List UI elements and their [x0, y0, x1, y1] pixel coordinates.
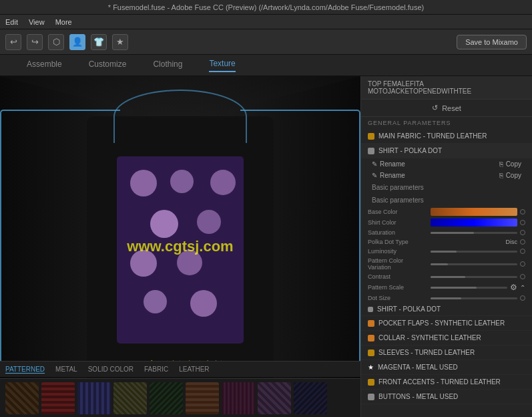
rename-button-1[interactable]: ✎ Rename: [372, 160, 405, 168]
nav-tabs: Assemble Customize Clothing Texture: [0, 55, 532, 76]
param-circle-pattern-color-var[interactable]: [520, 261, 525, 267]
shirt-button[interactable]: 👕: [91, 34, 107, 50]
param-label-shirt-color: Shirt Color: [368, 219, 428, 226]
rename-icon-1: ✎: [372, 160, 377, 168]
param-label-pattern-color-var: Pattern Color Variation: [368, 257, 428, 271]
param-select-polka-dot[interactable]: Disc: [431, 239, 517, 245]
swatch-0[interactable]: [5, 382, 39, 414]
swatch-3[interactable]: [113, 382, 147, 414]
tab-clothing[interactable]: Clothing: [153, 59, 182, 72]
layer-main-fabric[interactable]: MAIN FABRIC - TURNED LEATHER: [361, 129, 532, 144]
menu-view[interactable]: View: [29, 18, 45, 26]
param-base-color: Base Color: [361, 206, 532, 217]
layer-label-3: COLLAR - SYNTHETIC LEATHER: [378, 334, 525, 341]
dot: [210, 170, 236, 195]
person-button[interactable]: 👤: [69, 34, 85, 50]
menu-more[interactable]: More: [55, 18, 72, 26]
param-circle-polka-dot[interactable]: [520, 239, 525, 245]
layer-dot-2: [368, 320, 374, 327]
redo-button[interactable]: ↪: [27, 34, 43, 50]
param-bar-base-color[interactable]: [431, 208, 517, 216]
dot: [177, 250, 202, 275]
param-bar-saturation[interactable]: [431, 232, 517, 234]
param-circle-saturation[interactable]: [520, 230, 525, 235]
layer-magenta-metal[interactable]: ★ MAGENTA - METAL USED: [361, 360, 532, 375]
param-dot-size: Dot Size: [361, 293, 532, 303]
param-circle-dot-size[interactable]: [520, 295, 525, 301]
swatch-2[interactable]: [77, 382, 111, 414]
rename-row-1: ✎ Rename ⎘ Copy: [361, 158, 532, 170]
layer-dot-shirt-small: [368, 307, 373, 312]
toolbar-left: ↩ ↪ ⬡ 👤 👕 ★: [5, 34, 128, 50]
dot: [130, 170, 157, 196]
cube-button[interactable]: ⬡: [48, 34, 64, 50]
layer-front-accents[interactable]: FRONT ACCENTS - TURNED LEATHER: [361, 375, 532, 390]
param-circle-luminosity[interactable]: [520, 249, 525, 254]
reset-label: Reset: [442, 104, 461, 112]
layer-label-5: MAGENTA - METAL USED: [378, 364, 525, 371]
param-bar-luminosity[interactable]: [431, 251, 517, 253]
tab-solid-color[interactable]: SOLID COLOR: [88, 366, 134, 373]
layer-dot-1: [368, 148, 374, 154]
swatch-7[interactable]: [258, 382, 291, 414]
rename-label-2: Rename: [380, 172, 405, 179]
swatch-1[interactable]: [41, 382, 75, 414]
layer-dot-4: [368, 350, 374, 356]
param-bar-contrast[interactable]: [431, 276, 517, 278]
param-bar-pattern-scale[interactable]: [431, 287, 507, 289]
layer-label-1: SHIRT - POLKA DOT: [378, 147, 525, 154]
param-label-base-color: Base Color: [368, 208, 428, 215]
tab-leather[interactable]: LEATHER: [179, 366, 209, 373]
layer-shirt-polka[interactable]: SHIRT - POLKA DOT: [361, 144, 532, 158]
param-label-contrast: Contrast: [368, 273, 428, 280]
param-saturation: Saturation: [361, 228, 532, 237]
layer-pocket-flaps[interactable]: POCKET FLAPS - SYNTHETIC LEATHER: [361, 316, 532, 331]
menu-edit[interactable]: Edit: [5, 18, 18, 26]
rename-button-2[interactable]: ✎ Rename: [372, 172, 405, 179]
dot: [190, 290, 217, 317]
swatch-4[interactable]: [150, 382, 183, 414]
param-bar-dot-size[interactable]: [431, 297, 517, 299]
save-mixamo-button[interactable]: Save to Mixamo: [457, 35, 527, 49]
layer-dot-6: [368, 379, 374, 386]
chevron-icon[interactable]: ⌃: [520, 284, 525, 291]
right-panel: TOP FEMALEFITA MOTOJACKETOPENEDWITHTEE ↺…: [360, 76, 532, 417]
param-bar-shirt-color[interactable]: [431, 219, 517, 227]
tab-patterned[interactable]: PATTERNED: [5, 366, 45, 374]
tab-fabric[interactable]: FABRIC: [144, 366, 168, 373]
param-circle-shirt-color[interactable]: [520, 220, 525, 225]
param-circle-contrast[interactable]: [520, 274, 525, 279]
swatch-8[interactable]: [294, 382, 327, 414]
layer-label-0: MAIN FABRIC - TURNED LEATHER: [378, 132, 525, 140]
copy-button-2[interactable]: ⎘ Copy: [499, 172, 521, 179]
param-label-pattern-scale: Pattern Scale: [368, 284, 428, 291]
param-label-dot-size: Dot Size: [368, 295, 428, 301]
swatch-6[interactable]: [222, 382, 255, 414]
param-bar-pattern-color-var[interactable]: [431, 263, 517, 265]
dot: [150, 210, 178, 238]
layer-sleeves[interactable]: SLEEVES - TURNED LEATHER: [361, 345, 532, 360]
tab-metal[interactable]: METAL: [55, 366, 77, 373]
layer-dot-7: [368, 394, 374, 400]
undo-button[interactable]: ↩: [5, 34, 21, 50]
layer-dot-0: [368, 133, 374, 140]
tab-texture[interactable]: Texture: [209, 59, 235, 72]
copy-button-1[interactable]: ⎘ Copy: [499, 160, 521, 168]
gear-icon[interactable]: ⚙: [510, 283, 517, 292]
tab-assemble[interactable]: Assemble: [27, 59, 62, 72]
layer-buttons[interactable]: BUTTONS - METAL USED: [361, 390, 532, 404]
star-button[interactable]: ★: [112, 34, 128, 50]
layer-shirt-polka-small[interactable]: SHIRT - POLKA DOT: [361, 303, 532, 316]
param-label-polka-dot: Polka Dot Type: [368, 239, 428, 245]
bottom-tabs: PATTERNED METAL SOLID COLOR FABRIC LEATH…: [0, 361, 360, 377]
param-pattern-color-variation: Pattern Color Variation: [361, 256, 532, 272]
dot: [170, 170, 194, 193]
param-circle-base-color[interactable]: [520, 209, 525, 215]
swatch-5[interactable]: [186, 382, 219, 414]
reset-button[interactable]: ↺ Reset: [361, 100, 532, 117]
panel-header: TOP FEMALEFITA MOTOJACKETOPENEDWITHTEE: [361, 76, 532, 100]
dot: [144, 290, 167, 313]
main-content: www.cgtsj.com 图案可以自由的定制 PATTERNED METAL …: [0, 76, 532, 417]
tab-customize[interactable]: Customize: [89, 59, 127, 72]
layer-collar[interactable]: COLLAR - SYNTHETIC LEATHER: [361, 331, 532, 345]
